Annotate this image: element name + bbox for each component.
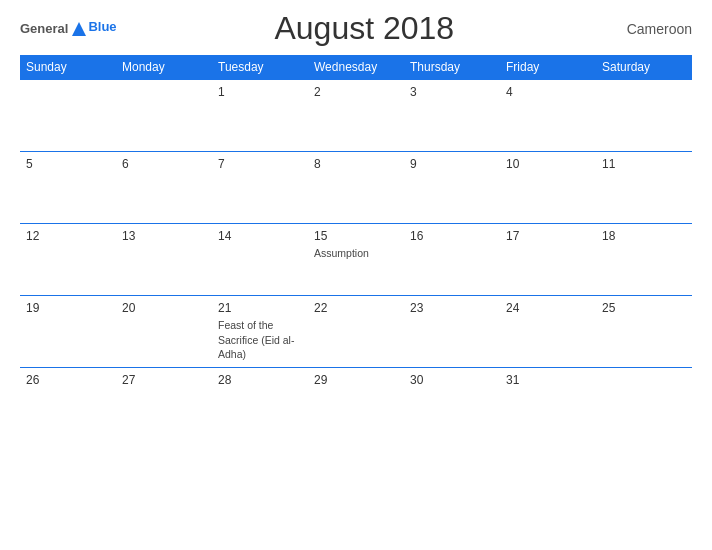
day-cell-18: 18 xyxy=(596,224,692,296)
day-cell-26: 26 xyxy=(20,368,116,440)
day-cell-19: 19 xyxy=(20,296,116,368)
day-cell-30: 30 xyxy=(404,368,500,440)
logo-general-text: General xyxy=(20,21,68,36)
day-number: 26 xyxy=(26,373,110,387)
day-cell-7: 7 xyxy=(212,152,308,224)
day-number: 17 xyxy=(506,229,590,243)
weekday-header-tuesday: Tuesday xyxy=(212,55,308,80)
day-cell-31: 31 xyxy=(500,368,596,440)
day-number: 5 xyxy=(26,157,110,171)
week-row-3: 12131415Assumption161718 xyxy=(20,224,692,296)
week-row-1: 1234 xyxy=(20,80,692,152)
header: General Blue August 2018 Cameroon xyxy=(20,10,692,47)
day-cell-3: 3 xyxy=(404,80,500,152)
day-cell-4: 4 xyxy=(500,80,596,152)
day-number: 28 xyxy=(218,373,302,387)
day-cell-empty-mon xyxy=(116,80,212,152)
day-number: 12 xyxy=(26,229,110,243)
day-number: 1 xyxy=(218,85,302,99)
day-cell-14: 14 xyxy=(212,224,308,296)
weekday-header-saturday: Saturday xyxy=(596,55,692,80)
day-cell-28: 28 xyxy=(212,368,308,440)
day-number: 22 xyxy=(314,301,398,315)
day-cell-20: 20 xyxy=(116,296,212,368)
day-number: 10 xyxy=(506,157,590,171)
day-number: 3 xyxy=(410,85,494,99)
weekday-header-monday: Monday xyxy=(116,55,212,80)
day-number: 8 xyxy=(314,157,398,171)
day-number: 20 xyxy=(122,301,206,315)
day-cell-25: 25 xyxy=(596,296,692,368)
day-number: 31 xyxy=(506,373,590,387)
day-number: 6 xyxy=(122,157,206,171)
day-cell-22: 22 xyxy=(308,296,404,368)
calendar-title: August 2018 xyxy=(117,10,612,47)
day-cell-24: 24 xyxy=(500,296,596,368)
logo: General Blue xyxy=(20,20,117,38)
day-number: 24 xyxy=(506,301,590,315)
weekday-header-friday: Friday xyxy=(500,55,596,80)
day-number: 18 xyxy=(602,229,686,243)
day-cell-17: 17 xyxy=(500,224,596,296)
day-number: 7 xyxy=(218,157,302,171)
week-row-5: 262728293031 xyxy=(20,368,692,440)
day-number: 15 xyxy=(314,229,398,243)
day-cell-13: 13 xyxy=(116,224,212,296)
day-cell-21: 21Feast of the Sacrifice (Eid al-Adha) xyxy=(212,296,308,368)
calendar-table: SundayMondayTuesdayWednesdayThursdayFrid… xyxy=(20,55,692,440)
day-cell-8: 8 xyxy=(308,152,404,224)
day-number: 2 xyxy=(314,85,398,99)
day-number: 30 xyxy=(410,373,494,387)
day-cell-11: 11 xyxy=(596,152,692,224)
country-label: Cameroon xyxy=(612,21,692,37)
day-cell-9: 9 xyxy=(404,152,500,224)
svg-marker-0 xyxy=(72,22,86,36)
day-cell-12: 12 xyxy=(20,224,116,296)
weekday-header-sunday: Sunday xyxy=(20,55,116,80)
day-number: 29 xyxy=(314,373,398,387)
day-cell-15: 15Assumption xyxy=(308,224,404,296)
weekday-header-wednesday: Wednesday xyxy=(308,55,404,80)
day-number: 25 xyxy=(602,301,686,315)
day-cell-2: 2 xyxy=(308,80,404,152)
calendar-page: General Blue August 2018 Cameroon Sunday… xyxy=(0,0,712,550)
day-number: 19 xyxy=(26,301,110,315)
day-number: 21 xyxy=(218,301,302,315)
day-cell-5: 5 xyxy=(20,152,116,224)
logo-flag-icon xyxy=(70,20,88,38)
day-event: Assumption xyxy=(314,247,369,259)
day-cell-empty-sun xyxy=(20,80,116,152)
day-number: 23 xyxy=(410,301,494,315)
day-number: 9 xyxy=(410,157,494,171)
day-number: 4 xyxy=(506,85,590,99)
weekday-header-row: SundayMondayTuesdayWednesdayThursdayFrid… xyxy=(20,55,692,80)
day-cell-empty xyxy=(596,368,692,440)
week-row-2: 567891011 xyxy=(20,152,692,224)
day-event: Feast of the Sacrifice (Eid al-Adha) xyxy=(218,319,294,360)
day-number: 16 xyxy=(410,229,494,243)
day-cell-27: 27 xyxy=(116,368,212,440)
day-number: 13 xyxy=(122,229,206,243)
day-number: 27 xyxy=(122,373,206,387)
weekday-header-thursday: Thursday xyxy=(404,55,500,80)
week-row-4: 192021Feast of the Sacrifice (Eid al-Adh… xyxy=(20,296,692,368)
day-cell-6: 6 xyxy=(116,152,212,224)
day-cell-10: 10 xyxy=(500,152,596,224)
day-cell-1: 1 xyxy=(212,80,308,152)
day-cell-23: 23 xyxy=(404,296,500,368)
day-cell-29: 29 xyxy=(308,368,404,440)
day-number: 11 xyxy=(602,157,686,171)
day-cell-16: 16 xyxy=(404,224,500,296)
day-number: 14 xyxy=(218,229,302,243)
logo-blue-text: Blue xyxy=(88,19,116,34)
